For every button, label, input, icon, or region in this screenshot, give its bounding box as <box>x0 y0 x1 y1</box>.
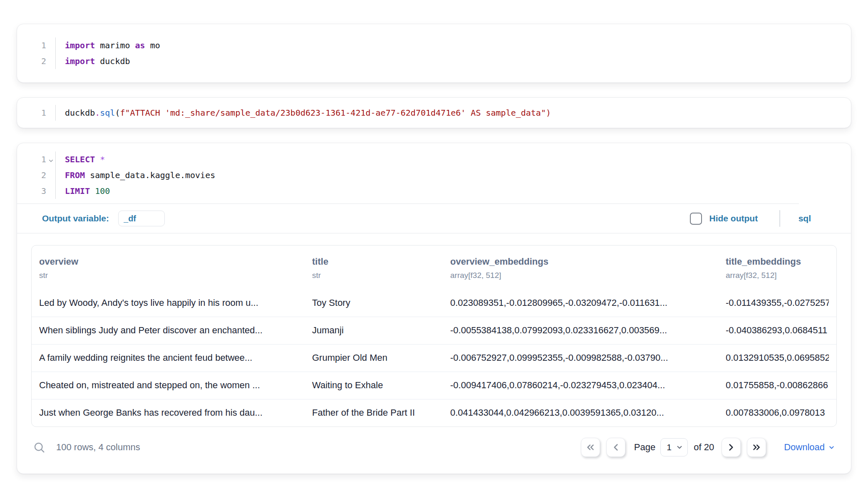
column-header-title_embeddings[interactable]: title_embeddingsarray[f32, 512] <box>718 246 836 289</box>
sql-cell-meta-row: Output variable: Hide output sql <box>17 204 851 233</box>
output-variable-input[interactable] <box>118 211 165 226</box>
cell-text: 0.007833006,0.0978013 <box>726 407 829 418</box>
table-cell: Cheated on, mistreated and stepped on, t… <box>32 372 305 399</box>
hide-output-label[interactable]: Hide output <box>709 213 758 223</box>
code-token: 100 <box>95 186 110 196</box>
table-cell: -0.011439355,-0.0275257 <box>718 289 836 317</box>
table-cell: 0.041433044,0.042966213,0.0039591365,0.0… <box>443 399 718 427</box>
column-header-overview[interactable]: overviewstr <box>32 246 305 289</box>
column-name: title_embeddings <box>726 256 829 267</box>
search-icon[interactable] <box>33 441 45 454</box>
table-cell: Waiting to Exhale <box>305 372 443 399</box>
row-count-summary: 100 rows, 4 columns <box>56 442 140 453</box>
hide-output-checkbox[interactable] <box>690 213 702 225</box>
code-token: LIMIT <box>65 186 90 196</box>
gutter-row: 2 <box>41 167 55 183</box>
next-page-button[interactable] <box>722 438 741 457</box>
table-cell: Led by Woody, Andy's toys live happily i… <box>32 289 305 317</box>
cell-text: 0.023089351,-0.012809965,-0.03209472,-0.… <box>450 298 711 308</box>
column-name: overview <box>39 256 297 267</box>
gutter-row: 1 <box>41 151 55 167</box>
cell-text: Led by Woody, Andy's toys live happily i… <box>39 298 297 308</box>
gutter-row: 2 <box>41 53 55 69</box>
code-token: import <box>65 56 95 66</box>
language-label[interactable]: sql <box>799 213 811 223</box>
table-cell: When siblings Judy and Peter discover an… <box>32 317 305 344</box>
table-cell: Jumanji <box>305 317 443 344</box>
fold-slot <box>46 60 55 62</box>
column-type: array[f32, 512] <box>726 271 829 280</box>
fold-slot <box>46 190 55 192</box>
code-token: f"ATTACH 'md:_share/sample_data/23b0d623… <box>120 108 551 118</box>
code-line[interactable]: import duckdb <box>65 53 851 69</box>
fold-slot <box>46 112 55 114</box>
code-line[interactable]: duckdb.sql(f"ATTACH 'md:_share/sample_da… <box>65 105 851 121</box>
code-line[interactable]: FROM sample_data.kaggle.movies <box>65 167 851 183</box>
download-button[interactable]: Download <box>784 442 835 453</box>
code-token <box>95 154 100 164</box>
previous-page-button[interactable] <box>606 438 625 457</box>
cell-text: -0.006752927,0.099952355,-0.009982588,-0… <box>450 352 711 363</box>
cell-text: 0.0132910535,0.0695852 <box>726 352 829 363</box>
cell-text: -0.0055384138,0.07992093,0.023316627,0.0… <box>450 325 711 336</box>
cell-text: Just when George Banks has recovered fro… <box>39 407 297 418</box>
line-number: 1 <box>41 105 46 121</box>
table-cell: -0.0055384138,0.07992093,0.023316627,0.0… <box>443 317 718 344</box>
code-token: . <box>95 108 100 118</box>
code-editor[interactable]: 1duckdb.sql(f"ATTACH 'md:_share/sample_d… <box>17 98 851 128</box>
code-token: duckdb <box>65 108 95 118</box>
first-page-button[interactable] <box>581 438 600 457</box>
fold-chevron-icon[interactable] <box>46 155 55 164</box>
code-line[interactable]: LIMIT 100 <box>65 183 851 199</box>
code-token: ( <box>115 108 120 118</box>
download-label: Download <box>784 442 825 453</box>
table-cell: Just when George Banks has recovered fro… <box>32 399 305 427</box>
table-cell: Grumpier Old Men <box>305 344 443 372</box>
table-cell: A family wedding reignites the ancient f… <box>32 344 305 372</box>
table-row: Just when George Banks has recovered fro… <box>32 399 836 427</box>
pagination: Page 1 of 20 <box>581 438 835 457</box>
table-cell: 0.0132910535,0.0695852 <box>718 344 836 372</box>
table-footer: 100 rows, 4 columns Page 1 <box>31 427 837 474</box>
output-variable-label: Output variable: <box>42 213 109 223</box>
result-table: overviewstrtitlestroverview_embeddingsar… <box>32 246 836 427</box>
gutter-row: 1 <box>41 105 55 121</box>
cell-text: Jumanji <box>312 325 435 336</box>
line-number: 3 <box>41 183 46 199</box>
column-name: title <box>312 256 435 267</box>
column-header-overview_embeddings[interactable]: overview_embeddingsarray[f32, 512] <box>443 246 718 289</box>
column-header-title[interactable]: titlestr <box>305 246 443 289</box>
line-number: 2 <box>41 167 46 183</box>
line-number-gutter: 12 <box>17 37 55 69</box>
table-cell: -0.040386293,0.0684511 <box>718 317 836 344</box>
code-token: mo <box>145 40 160 50</box>
chevrons-left-icon <box>585 442 596 453</box>
cell-text: A family wedding reignites the ancient f… <box>39 352 297 363</box>
gutter-row: 3 <box>41 183 55 199</box>
cell-text: -0.009417406,0.07860214,-0.023279453,0.0… <box>450 380 711 391</box>
chevron-right-icon <box>726 442 737 453</box>
result-table-container: overviewstrtitlestroverview_embeddingsar… <box>31 245 837 427</box>
fold-slot <box>46 44 55 47</box>
code-editor[interactable]: 123SELECT *FROM sample_data.kaggle.movie… <box>17 143 851 203</box>
gutter-row: 1 <box>41 37 55 53</box>
cell-output-area: overviewstrtitlestroverview_embeddingsar… <box>17 233 851 474</box>
code-token: as <box>135 40 145 50</box>
line-number-gutter: 1 <box>17 105 55 121</box>
page-select[interactable]: 1 <box>660 438 688 456</box>
table-row: Cheated on, mistreated and stepped on, t… <box>32 372 836 399</box>
code-line[interactable]: SELECT * <box>65 151 851 167</box>
table-cell: 0.01755858,-0.00862866 <box>718 372 836 399</box>
cell-text: -0.011439355,-0.0275257 <box>726 298 829 308</box>
chevrons-right-icon <box>751 442 762 453</box>
code-token: import <box>65 40 95 50</box>
column-type: str <box>312 271 435 280</box>
code-editor[interactable]: 12import marimo as moimport duckdb <box>17 24 851 82</box>
last-page-button[interactable] <box>747 438 766 457</box>
notebook-page: 12import marimo as moimport duckdb 1duck… <box>0 0 868 474</box>
cell-text: -0.040386293,0.0684511 <box>726 325 829 336</box>
code-line[interactable]: import marimo as mo <box>65 37 851 53</box>
column-name: overview_embeddings <box>450 256 711 267</box>
column-type: array[f32, 512] <box>450 271 711 280</box>
table-cell: Toy Story <box>305 289 443 317</box>
